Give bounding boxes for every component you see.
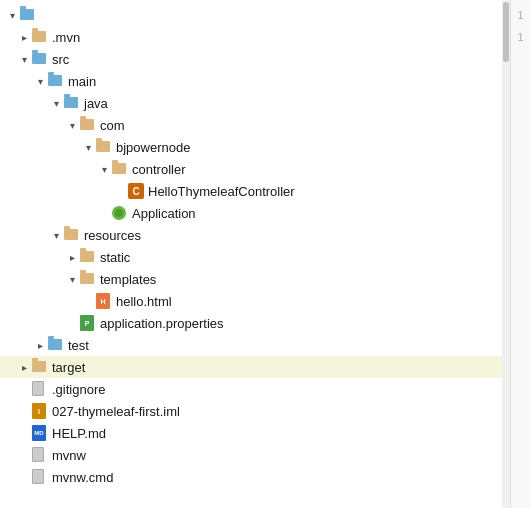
folder-icon [64, 227, 80, 243]
tree-item[interactable]: .mvn [0, 26, 502, 48]
tree-arrow [16, 54, 32, 65]
tree-item-label: main [68, 74, 96, 89]
tree-item-label: bjpowernode [116, 140, 190, 155]
tree-item-label: application.properties [100, 316, 224, 331]
tree-item[interactable]: java [0, 92, 502, 114]
tree-item-label: templates [100, 272, 156, 287]
tree-item[interactable]: hello.html [0, 290, 502, 312]
tree-items: .mvnsrcmainjavacombjpowernodecontrollerC… [0, 26, 502, 488]
folder-blue-icon [32, 51, 48, 67]
tree-item-label: static [100, 250, 130, 265]
properties-file-icon [80, 315, 96, 331]
tree-item[interactable]: application.properties [0, 312, 502, 334]
tree-item-label: test [68, 338, 89, 353]
tree-item-label: resources [84, 228, 141, 243]
folder-icon [32, 359, 48, 375]
folder-blue-icon [48, 337, 64, 353]
generic-file-icon [32, 381, 48, 397]
tree-item-label: com [100, 118, 125, 133]
scrollbar[interactable] [502, 0, 510, 508]
tree-item-label: HelloThymeleafController [148, 184, 295, 199]
tree-item-label: src [52, 52, 69, 67]
tree-arrow [64, 120, 80, 131]
tree-item[interactable]: resources [0, 224, 502, 246]
tree-item-label: controller [132, 162, 185, 177]
tree-item[interactable]: Application [0, 202, 502, 224]
tree-arrow [16, 32, 32, 43]
tree-item[interactable]: target [0, 356, 502, 378]
folder-icon [80, 249, 96, 265]
iml-file-icon [32, 403, 48, 419]
file-tree: .mvnsrcmainjavacombjpowernodecontrollerC… [0, 0, 502, 508]
tree-item[interactable]: bjpowernode [0, 136, 502, 158]
java-class-icon: C [128, 183, 144, 199]
tree-item[interactable]: 027-thymeleaf-first.iml [0, 400, 502, 422]
tree-item-label: HELP.md [52, 426, 106, 441]
tree-item-label: hello.html [116, 294, 172, 309]
tree-arrow [48, 98, 64, 109]
tree-item[interactable]: CHelloThymeleafController [0, 180, 502, 202]
line-num-1: 1 [517, 4, 523, 26]
folder-icon [112, 161, 128, 177]
tree-arrow [96, 164, 112, 175]
tree-item[interactable]: mvnw.cmd [0, 466, 502, 488]
tree-item[interactable]: .gitignore [0, 378, 502, 400]
tree-item[interactable]: test [0, 334, 502, 356]
generic-file-icon [32, 469, 48, 485]
tree-item-label: mvnw [52, 448, 86, 463]
tree-item-label: .mvn [52, 30, 80, 45]
root-folder-icon [20, 7, 36, 23]
folder-icon [80, 117, 96, 133]
md-file-icon [32, 425, 48, 441]
tree-item-label: mvnw.cmd [52, 470, 113, 485]
tree-arrow [32, 340, 48, 351]
root-arrow [4, 10, 20, 21]
tree-arrow [16, 362, 32, 373]
tree-item-label: java [84, 96, 108, 111]
scrollbar-thumb[interactable] [503, 2, 509, 62]
tree-arrow [64, 252, 80, 263]
folder-blue-icon [48, 73, 64, 89]
tree-item[interactable]: controller [0, 158, 502, 180]
line-num-2: 1 [517, 26, 523, 48]
tree-item-label: .gitignore [52, 382, 105, 397]
tree-item[interactable]: src [0, 48, 502, 70]
tree-arrow [80, 142, 96, 153]
tree-item[interactable]: static [0, 246, 502, 268]
tree-arrow [64, 274, 80, 285]
spring-icon [112, 205, 128, 221]
folder-blue-icon [64, 95, 80, 111]
tree-item[interactable]: templates [0, 268, 502, 290]
folder-icon [32, 29, 48, 45]
generic-file-icon [32, 447, 48, 463]
tree-item-label: 027-thymeleaf-first.iml [52, 404, 180, 419]
tree-item-label: Application [132, 206, 196, 221]
line-numbers-panel: 1 1 [510, 0, 530, 508]
tree-item[interactable]: HELP.md [0, 422, 502, 444]
folder-icon [96, 139, 112, 155]
tree-arrow [32, 76, 48, 87]
tree-item[interactable]: com [0, 114, 502, 136]
tree-item[interactable]: main [0, 70, 502, 92]
tree-arrow [48, 230, 64, 241]
html-file-icon [96, 293, 112, 309]
folder-icon [80, 271, 96, 287]
tree-item[interactable]: mvnw [0, 444, 502, 466]
tree-item-label: target [52, 360, 85, 375]
tree-root[interactable] [0, 4, 502, 26]
